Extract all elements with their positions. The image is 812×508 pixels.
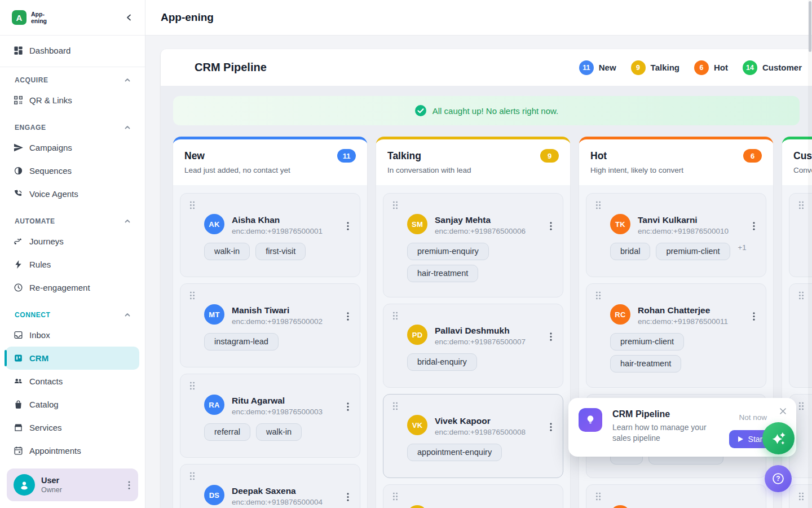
lead-name: Sanjay Mehta xyxy=(435,214,526,225)
tag-pill: premium-client xyxy=(610,333,684,351)
tag-pill: walk-in xyxy=(256,423,302,441)
drag-handle-icon[interactable] xyxy=(189,382,195,390)
sidebar-item-label: QR & Links xyxy=(29,95,72,105)
drag-handle-icon[interactable] xyxy=(798,492,804,501)
sidebar-item-crm[interactable]: CRM xyxy=(6,347,139,370)
card-menu-button[interactable] xyxy=(548,330,554,343)
lead-card[interactable]: RC Rohan Chatterjee enc:demo:+9198765000… xyxy=(586,283,766,388)
lead-card[interactable]: NS Nandini Shetty xyxy=(383,484,563,508)
sidebar-item-voice-agents[interactable]: Voice Agents xyxy=(6,182,139,205)
kebab-icon xyxy=(347,493,349,501)
voice-agents-icon xyxy=(13,189,24,199)
sidebar-item-services[interactable]: Services xyxy=(6,416,139,439)
card-menu-button[interactable] xyxy=(345,400,351,413)
lead-card[interactable]: MT Manish Tiwari enc:demo:+919876500002 … xyxy=(180,283,360,367)
drag-handle-icon[interactable] xyxy=(392,402,398,410)
card-menu-button[interactable] xyxy=(345,491,351,503)
chevron-up-icon[interactable] xyxy=(123,217,131,225)
tag-pill: premium-enquiry xyxy=(407,243,489,260)
lead-phone: enc:demo:+919876500006 xyxy=(435,227,526,235)
kebab-icon xyxy=(347,402,349,411)
stage-label: New xyxy=(599,63,616,72)
sidebar-item-label: Appointments xyxy=(29,446,81,456)
drag-handle-icon[interactable] xyxy=(189,472,195,480)
sidebar-item-qr-links[interactable]: QR & Links xyxy=(6,89,139,112)
sidebar-item-sequences[interactable]: Sequences xyxy=(6,159,139,182)
column-count-badge: 6 xyxy=(743,149,762,163)
card-menu-button[interactable] xyxy=(548,220,554,233)
drag-handle-icon[interactable] xyxy=(798,201,804,209)
drag-handle-icon[interactable] xyxy=(392,201,398,209)
sidebar-item-label: Contacts xyxy=(29,376,63,386)
not-now-button[interactable]: Not now xyxy=(739,413,767,422)
sidebar-item-journeys[interactable]: Journeys xyxy=(6,230,139,253)
sidebar-item-reengagement[interactable]: Re-engagement xyxy=(6,276,139,299)
drag-handle-icon[interactable] xyxy=(392,312,398,320)
section-label: AUTOMATE xyxy=(15,217,55,225)
sidebar-item-campaigns[interactable]: Campaigns xyxy=(6,136,139,159)
stage-chip-hot: 6 Hot xyxy=(694,60,728,75)
column-title: New xyxy=(184,150,205,162)
sidebar-item-contacts[interactable]: Contacts xyxy=(6,370,139,393)
lead-name: Rohan Chatterjee xyxy=(638,304,728,316)
user-menu-button[interactable] xyxy=(126,479,133,492)
bag-icon xyxy=(13,399,24,410)
column-subtitle: Lead just added, no contact yet xyxy=(184,166,356,174)
chevron-up-icon[interactable] xyxy=(123,124,131,132)
sidebar-item-label: Journeys xyxy=(29,237,64,246)
ai-assistant-button[interactable] xyxy=(762,422,795,454)
card-menu-button[interactable] xyxy=(548,421,554,433)
sidebar-item-appointments[interactable]: Appointments xyxy=(6,439,139,462)
lead-card[interactable]: VK Vivek Kapoor enc:demo:+919876500008 a… xyxy=(383,394,563,478)
drag-handle-icon[interactable] xyxy=(798,291,804,300)
lead-card[interactable]: RA Ritu Agarwal enc:demo:+919876500003 r… xyxy=(180,374,360,458)
vertical-scrollbar[interactable] xyxy=(808,0,812,508)
close-icon[interactable] xyxy=(777,405,789,417)
lead-card[interactable]: AK Amit Kumar xyxy=(586,484,766,508)
scrollbar-thumb[interactable] xyxy=(809,1,811,52)
lead-card[interactable]: SM Sanjay Mehta enc:demo:+919876500006 p… xyxy=(383,193,563,297)
tag-pill: first-visit xyxy=(255,243,306,260)
lead-card[interactable]: PD Pallavi Deshmukh enc:demo:+9198765000… xyxy=(383,304,563,388)
drag-handle-icon[interactable] xyxy=(595,201,601,209)
tour-description: Learn how to manage your sales pipeline xyxy=(612,422,717,444)
drag-handle-icon[interactable] xyxy=(392,492,398,501)
card-menu-button[interactable] xyxy=(751,220,757,233)
stage-chip-new: 11 New xyxy=(579,60,616,75)
drag-handle-icon[interactable] xyxy=(595,492,601,501)
sidebar-item-dashboard[interactable]: Dashboard xyxy=(6,39,139,62)
card-menu-button[interactable] xyxy=(345,310,351,323)
avatar: AK xyxy=(204,214,224,234)
tour-popover: CRM Pipeline Learn how to manage your sa… xyxy=(568,398,796,457)
sidebar-item-label: Campaigns xyxy=(29,143,72,152)
brand-name: App-ening xyxy=(31,11,54,24)
help-button[interactable]: ? xyxy=(765,465,792,492)
drag-handle-icon[interactable] xyxy=(798,402,804,410)
user-name: User xyxy=(41,476,62,485)
drag-handle-icon[interactable] xyxy=(189,291,195,300)
sidebar-item-catalog[interactable]: Catalog xyxy=(6,393,139,416)
stage-label: Customer xyxy=(762,63,802,72)
card-menu-button[interactable] xyxy=(345,220,351,233)
storefront-icon xyxy=(13,422,24,433)
pipeline-title: CRM Pipeline xyxy=(195,61,267,74)
avatar: RC xyxy=(610,304,630,325)
clock-icon xyxy=(13,282,24,293)
chevron-up-icon[interactable] xyxy=(123,76,131,84)
sidebar-item-label: Services xyxy=(29,423,62,432)
lead-phone: enc:demo:+919876500002 xyxy=(232,317,323,326)
chevron-up-icon[interactable] xyxy=(123,311,131,319)
lead-card[interactable]: DS Deepak Saxena enc:demo:+919876500004 xyxy=(180,464,360,508)
page-title: App-ening xyxy=(161,11,214,24)
user-profile-card[interactable]: User Owner xyxy=(7,468,138,501)
lead-card[interactable]: AK Aisha Khan enc:demo:+919876500001 wal… xyxy=(180,193,360,277)
sidebar-item-inbox[interactable]: Inbox xyxy=(6,323,139,347)
card-menu-button[interactable] xyxy=(751,310,757,323)
sidebar-collapse-button[interactable] xyxy=(122,11,136,24)
tag-pill: appointment-enquiry xyxy=(407,444,502,461)
drag-handle-icon[interactable] xyxy=(189,201,195,209)
sidebar-item-rules[interactable]: Rules xyxy=(6,253,139,276)
lead-card[interactable]: TK Tanvi Kulkarni enc:demo:+919876500010… xyxy=(586,193,766,277)
lightning-icon xyxy=(13,259,24,270)
drag-handle-icon[interactable] xyxy=(595,291,601,300)
